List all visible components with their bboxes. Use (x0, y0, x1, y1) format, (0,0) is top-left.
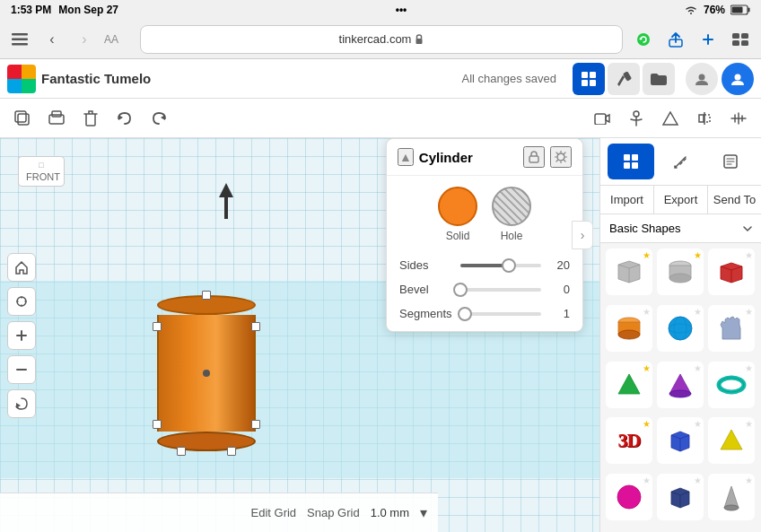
star-empty-icon: ★ (694, 475, 702, 485)
anchor-button[interactable] (621, 103, 652, 134)
back-button[interactable]: ‹ (39, 27, 65, 52)
panel-light-button[interactable] (550, 146, 572, 168)
shape-item-box-dark-blue[interactable]: ★ (657, 474, 704, 520)
segments-value: 1 (548, 307, 570, 320)
star-icon: ★ (694, 250, 702, 260)
hole-circle (492, 187, 531, 226)
solid-circle (438, 187, 477, 226)
bottom-bar: Edit Grid Snap Grid 1.0 mm ▾ (0, 493, 438, 532)
cylinder-shape[interactable] (157, 295, 256, 451)
shape-item-text[interactable]: ★ 3D (606, 417, 652, 464)
mirror-button[interactable] (689, 103, 720, 134)
forward-button[interactable]: › (72, 27, 97, 52)
shape-item-cylinder-orange[interactable]: ★ (606, 305, 652, 352)
app-header: Fantastic Tumelo All changes saved (0, 59, 761, 99)
svg-point-28 (634, 111, 639, 117)
copy-button[interactable] (7, 103, 38, 134)
grid-view-button[interactable] (573, 63, 605, 95)
shape-item-cone-purple[interactable]: ★ (657, 362, 704, 408)
camera-view-button[interactable] (587, 103, 617, 134)
url-bar[interactable]: tinkercad.com (140, 25, 623, 54)
shape-button[interactable] (655, 103, 686, 134)
panel-expand-chevron[interactable]: › (572, 221, 593, 249)
shapes-tab-button[interactable] (608, 144, 654, 179)
rotate-view-button[interactable] (7, 389, 36, 418)
zoom-out-button[interactable] (7, 355, 36, 384)
delete-button[interactable] (75, 103, 106, 134)
ellipsis-icon: ••• (396, 4, 407, 16)
svg-marker-31 (219, 183, 233, 197)
folder-button[interactable] (643, 63, 675, 95)
refresh-green-button[interactable] (630, 26, 657, 53)
avatar-button[interactable] (722, 63, 754, 95)
status-time: 1:53 PM (11, 4, 51, 16)
svg-point-42 (669, 274, 691, 283)
measure-tab-button[interactable] (658, 144, 704, 179)
svg-point-53 (724, 505, 739, 510)
star-empty-icon: ★ (745, 419, 753, 429)
aa-text: AA (104, 33, 133, 46)
shape-item-box-blue[interactable]: ★ (657, 417, 704, 464)
tools-button[interactable] (608, 63, 640, 95)
shape-item-sphere[interactable]: ★ (657, 305, 704, 352)
solid-option[interactable]: Solid (438, 187, 477, 242)
svg-rect-37 (624, 162, 630, 169)
svg-rect-22 (15, 111, 26, 122)
shape-item-torus-teal[interactable]: ★ (708, 362, 755, 408)
svg-rect-6 (416, 39, 423, 44)
undo-button[interactable] (109, 103, 140, 134)
shape-item-pyramid-yellow[interactable]: ★ (708, 417, 755, 464)
right-sidebar: Import Export Send To Basic Shapes ★ ★ (599, 138, 761, 532)
svg-point-46 (669, 317, 692, 340)
shape-item-sphere-pink[interactable]: ★ (606, 474, 652, 520)
import-button[interactable]: Import (600, 186, 654, 214)
sides-slider[interactable] (460, 264, 541, 267)
shape-item-cylinder-gray[interactable]: ★ (657, 249, 704, 295)
shape-item-pyramid-green[interactable]: ★ (606, 362, 652, 408)
app-title: Fantastic Tumelo (41, 71, 456, 86)
svg-rect-3 (12, 33, 28, 36)
star-icon: ★ (643, 250, 651, 260)
group-button[interactable] (41, 103, 72, 134)
star-icon: ★ (643, 419, 651, 429)
zoom-in-button[interactable] (7, 321, 36, 350)
tabs-button[interactable] (727, 26, 754, 53)
export-button[interactable]: Export (654, 186, 708, 214)
segments-row: Segments 1 (387, 301, 582, 331)
viewport[interactable]: □ FRONT (0, 138, 599, 532)
tinkercad-logo (7, 65, 36, 93)
share-button[interactable] (662, 26, 689, 53)
svg-point-34 (557, 153, 564, 161)
sides-row: Sides 20 (387, 253, 582, 277)
shape-item-box-gray[interactable]: ★ (606, 249, 652, 295)
svg-rect-14 (582, 72, 588, 78)
segments-slider[interactable] (460, 312, 541, 316)
panel-lock-button[interactable] (523, 146, 545, 168)
edit-grid-button[interactable]: Edit Grid (251, 506, 297, 519)
notes-tab-button[interactable] (707, 144, 754, 179)
star-empty-icon: ★ (694, 419, 702, 429)
move-arrow[interactable] (215, 183, 237, 230)
svg-marker-25 (118, 115, 123, 120)
battery-icon (730, 4, 750, 15)
panel-collapse-button[interactable]: ▲ (398, 148, 414, 166)
send-to-button[interactable]: Send To (708, 186, 761, 214)
user-button[interactable] (686, 63, 718, 95)
align-button[interactable] (723, 103, 754, 134)
bevel-slider[interactable] (460, 288, 541, 292)
shape-item-glove[interactable]: ★ (708, 305, 755, 352)
svg-rect-2 (732, 7, 743, 13)
shapes-category-dropdown[interactable]: Basic Shapes (600, 214, 761, 243)
hole-option[interactable]: Hole (492, 187, 531, 242)
shape-item-cone-gray[interactable]: ★ (708, 474, 755, 520)
fit-view-button[interactable] (7, 287, 36, 316)
url-text: tinkercad.com (339, 32, 412, 46)
snap-grid-chevron[interactable]: ▾ (420, 504, 427, 521)
redo-button[interactable] (144, 103, 174, 134)
sidebar-toggle-button[interactable] (7, 27, 32, 52)
shape-item-cube-red[interactable]: ★ (708, 249, 755, 295)
import-export-buttons: Import Export Send To (600, 186, 761, 214)
home-view-button[interactable] (7, 253, 36, 282)
add-tab-button[interactable] (695, 26, 722, 53)
bevel-label: Bevel (399, 283, 453, 296)
